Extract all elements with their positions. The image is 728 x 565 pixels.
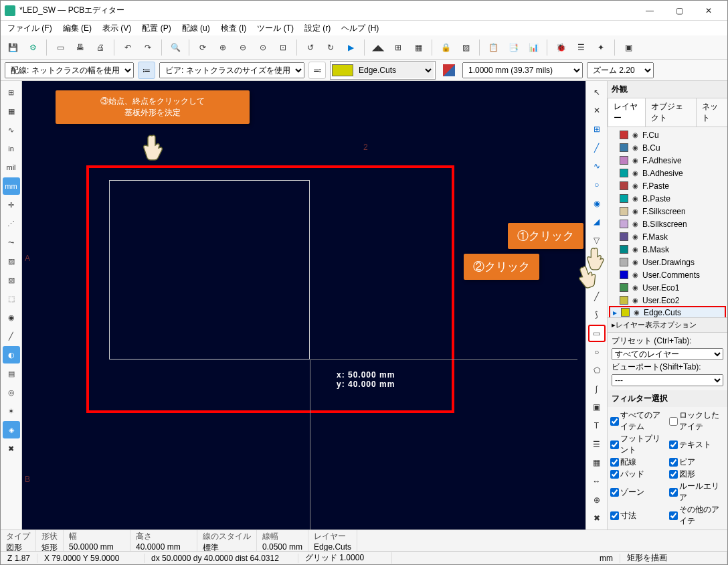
tab-nets[interactable]: ネット	[696, 98, 727, 127]
save-icon[interactable]: 💾	[3, 38, 22, 57]
menu-item[interactable]: 表示 (V)	[98, 21, 135, 35]
menu-item[interactable]: 配線 (u)	[178, 21, 214, 35]
zone-icon[interactable]: ▦	[409, 38, 428, 57]
zone-outline-icon[interactable]: ▧	[3, 271, 20, 289]
delete-tool-icon[interactable]: ✖	[588, 510, 606, 528]
via-auto-icon[interactable]: ≕	[308, 62, 326, 79]
mirror-icon[interactable]: ◢◣	[369, 38, 387, 57]
filter-checkbox[interactable]: フットプリント	[610, 433, 666, 456]
play-icon[interactable]: ▶	[341, 38, 360, 57]
zoom-out-icon[interactable]: ⊖	[234, 38, 252, 57]
contrast-icon[interactable]: ◐	[3, 346, 20, 364]
zoom-select[interactable]: ズーム 2.20	[587, 62, 654, 78]
grid-select[interactable]: 1.0000 mm (39.37 mils)	[462, 62, 583, 78]
3d-icon[interactable]: 📊	[524, 38, 543, 57]
filter-checkbox[interactable]: 配線	[610, 457, 666, 468]
inch-icon[interactable]: in	[3, 140, 20, 157]
route-diff-icon[interactable]: ∿	[588, 158, 606, 175]
layer-row[interactable]: ◉B.Silkscreen	[608, 218, 727, 230]
eye-icon[interactable]: ◉	[631, 232, 640, 241]
filter-checkbox[interactable]: ゾーン	[610, 481, 666, 503]
tab-layers[interactable]: レイヤー	[608, 98, 646, 127]
filter-checkbox[interactable]: ロックしたアイテ	[669, 410, 725, 432]
grid-dots-icon[interactable]: ⊞	[3, 84, 20, 101]
eye-icon[interactable]: ◉	[631, 131, 640, 139]
menu-item[interactable]: ヘルプ (H)	[337, 21, 383, 35]
ratsnest-icon[interactable]: ⊞	[389, 38, 407, 57]
arc-tool-icon[interactable]: ⟆	[588, 306, 606, 323]
text-tool-icon[interactable]: T	[588, 417, 606, 434]
menu-item[interactable]: 検査 (I)	[217, 21, 251, 35]
viewport-select[interactable]: ---	[612, 374, 723, 386]
refresh-icon[interactable]: ⟳	[193, 38, 212, 57]
wrench-icon[interactable]: ✖	[3, 440, 20, 457]
eye-icon[interactable]: ◉	[632, 308, 641, 317]
canvas[interactable]: 2 A B x: 50.000 mm y: 40.000 mm ③始点、終点をク…	[22, 81, 585, 530]
filter-checkbox[interactable]: 寸法	[610, 504, 666, 527]
eye-icon[interactable]: ◉	[631, 220, 640, 228]
eye-icon[interactable]: ◉	[631, 283, 640, 292]
rotate-cw-icon[interactable]: ↻	[321, 38, 340, 57]
polar-icon[interactable]: ∿	[3, 121, 20, 139]
eye-icon[interactable]: ◉	[631, 181, 640, 190]
layer-row[interactable]: ◉F.Silkscreen	[608, 205, 727, 218]
drc-icon[interactable]: 🐞	[551, 38, 570, 57]
fp-browser-icon[interactable]: 📑	[504, 38, 523, 57]
layer-row[interactable]: ▸◉Edge.Cuts	[609, 306, 726, 317]
rotate-ccw-icon[interactable]: ↺	[301, 38, 320, 57]
image-tool-icon[interactable]: ▣	[588, 399, 606, 416]
menu-item[interactable]: 配置 (P)	[138, 21, 175, 35]
grid-lines-icon[interactable]: ▦	[3, 102, 20, 120]
filter-checkbox[interactable]: 図形	[669, 469, 725, 480]
layer-row[interactable]: ◉User.Drawings	[608, 256, 727, 268]
preset-select[interactable]: すべてのレイヤー	[612, 348, 723, 360]
lock-icon[interactable]: 🔒	[436, 38, 455, 57]
layer-row[interactable]: ◉User.Eco2	[608, 294, 727, 307]
eye-icon[interactable]: ◉	[631, 296, 640, 305]
redo-icon[interactable]: ↷	[139, 38, 157, 57]
filter-checkbox[interactable]: テキスト	[669, 433, 725, 456]
net-color-icon[interactable]: ▤	[3, 365, 20, 382]
maximize-button[interactable]: ▢	[664, 1, 694, 20]
settings-icon[interactable]: ⚙	[23, 38, 42, 57]
list-icon[interactable]: ☰	[571, 38, 590, 57]
track-width-select[interactable]: 配線: ネットクラスの幅を使用	[5, 62, 134, 78]
menu-item[interactable]: ファイル (F)	[3, 21, 56, 35]
eye-icon[interactable]: ◉	[631, 245, 640, 254]
eye-icon[interactable]: ◉	[631, 156, 640, 165]
select-tool-icon[interactable]: ↖	[588, 84, 606, 101]
eye-icon[interactable]: ◉	[631, 194, 640, 203]
local-ratsnest-icon[interactable]: ✕	[588, 102, 606, 120]
layer-row[interactable]: ◉B.Adhesive	[608, 167, 727, 179]
layer-row[interactable]: ◉F.Paste	[608, 179, 727, 192]
layer-row[interactable]: ◉F.Adhesive	[608, 154, 727, 167]
fill-icon[interactable]: ▨	[456, 38, 475, 57]
eye-icon[interactable]: ◉	[631, 143, 640, 152]
zoom-fit-icon[interactable]: ⊙	[254, 38, 272, 57]
undo-icon[interactable]: ↶	[118, 38, 137, 57]
diff-icon[interactable]: ✦	[592, 38, 610, 57]
page-icon[interactable]: ▭	[51, 38, 70, 57]
eye-icon[interactable]: ◉	[631, 207, 640, 216]
layer-row[interactable]: ◉B.Paste	[608, 192, 727, 205]
eye-icon[interactable]: ◉	[631, 270, 640, 279]
footprint-tool-icon[interactable]: ⊞	[588, 120, 606, 138]
plot-icon[interactable]: 🖨	[91, 38, 110, 57]
zoom-sel-icon[interactable]: ⊡	[274, 38, 292, 57]
active-layer-select[interactable]: Edge.Cuts	[353, 62, 434, 78]
zone-tool-icon[interactable]: ◢	[588, 213, 606, 230]
layer-pair-icon[interactable]	[440, 61, 458, 80]
layer-row[interactable]: ◉F.Cu	[608, 129, 727, 141]
via-outline-icon[interactable]: ◉	[3, 309, 20, 326]
curved-ratsnest-icon[interactable]: ⤳	[3, 234, 20, 251]
origin-tool-icon[interactable]: ⊕	[588, 491, 606, 509]
script-icon[interactable]: ▣	[619, 38, 638, 57]
track-auto-icon[interactable]: ≔	[138, 62, 155, 79]
filter-checkbox[interactable]: すべてのアイテム	[610, 410, 666, 432]
poly-tool-icon[interactable]: ⬠	[588, 361, 606, 379]
menu-item[interactable]: 設定 (r)	[300, 21, 335, 35]
via-size-select[interactable]: ビア: ネットクラスのサイズを使用	[159, 62, 304, 78]
textbox-tool-icon[interactable]: ☰	[588, 436, 606, 453]
bezier-tool-icon[interactable]: ∫	[588, 380, 606, 398]
layer-display-options[interactable]: ▸レイヤー表示オプション	[608, 317, 727, 333]
